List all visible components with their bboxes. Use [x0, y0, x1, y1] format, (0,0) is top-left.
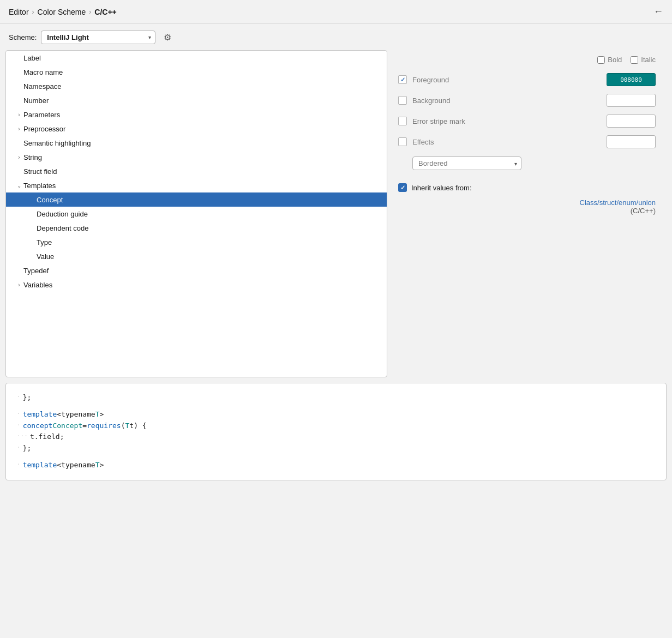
tree-item-namespace-text: Namespace	[23, 82, 382, 91]
tree-item-value-text: Value	[37, 252, 382, 261]
effects-row: Effects	[398, 134, 656, 150]
code-dot-1: ·	[17, 392, 21, 402]
tree-item-concept-text: Concept	[37, 196, 382, 204]
tree-item-semantic[interactable]: Semantic highlighting	[6, 136, 387, 150]
error-stripe-color-swatch[interactable]	[607, 115, 656, 128]
code-Concept: Concept	[52, 420, 82, 432]
tree-item-string[interactable]: › String	[6, 150, 387, 164]
code-body: t) {	[129, 420, 146, 432]
foreground-checkbox[interactable]	[398, 75, 407, 84]
code-gt2: >	[100, 460, 104, 471]
tree-item-value[interactable]: Value	[6, 249, 387, 263]
inherit-row: Inherit values from:	[398, 183, 656, 192]
effects-select[interactable]: Bordered Underscored Bold underscored Un…	[412, 157, 521, 170]
tree-item-namespace[interactable]: Namespace	[6, 79, 387, 93]
effects-select-wrap: Bordered Underscored Bold underscored Un…	[412, 157, 521, 170]
tree-item-concept[interactable]: Concept	[6, 192, 387, 207]
code-line-1-text: };	[23, 392, 32, 404]
gear-button[interactable]: ⚙	[160, 29, 175, 45]
error-stripe-checkbox[interactable]	[398, 117, 407, 125]
right-panel: Bold Italic Foreground 008080 Background…	[387, 50, 667, 377]
foreground-color-swatch[interactable]: 008080	[607, 73, 656, 86]
code-gt1: >	[100, 409, 104, 420]
breadcrumb-sep-1: ›	[32, 8, 34, 16]
tree-item-type-text: Type	[37, 238, 382, 246]
code-keyword-template1: template	[23, 409, 57, 420]
tree-item-preprocessor[interactable]: › Preprocessor	[6, 122, 387, 136]
tree-item-number[interactable]: Number	[6, 93, 387, 107]
effects-checkbox[interactable]	[398, 137, 407, 146]
code-T1: T	[95, 409, 100, 420]
code-preview: · }; · template <typename T> · concept C…	[5, 383, 667, 480]
code-dot-c: ·	[17, 420, 21, 430]
breadcrumb-sep-2: ›	[89, 8, 91, 16]
code-field-text: t.field;	[30, 431, 64, 443]
background-color-swatch[interactable]	[607, 94, 656, 107]
inherit-link-wrap: Class/struct/enum/union (C/C++)	[411, 198, 656, 215]
italic-checkbox[interactable]	[631, 56, 638, 64]
tree-item-struct-text: Struct field	[23, 167, 382, 176]
background-checkbox[interactable]	[398, 96, 407, 105]
back-button[interactable]: ←	[653, 6, 663, 17]
tree-item-parameters-text: Parameters	[23, 111, 382, 119]
tree-item-struct-field[interactable]: Struct field	[6, 164, 387, 178]
inherit-link[interactable]: Class/struct/enum/union	[580, 198, 656, 207]
effects-color-swatch[interactable]	[607, 135, 656, 148]
tree-item-templates[interactable]: ⌄ Templates	[6, 178, 387, 192]
effects-label: Effects	[412, 138, 601, 146]
italic-checkbox-label[interactable]: Italic	[631, 56, 656, 64]
tree-item-macro-name[interactable]: Macro name	[6, 65, 387, 79]
background-label: Background	[412, 97, 601, 105]
code-line-close: · };	[17, 443, 655, 454]
tree-item-parameters[interactable]: › Parameters	[6, 107, 387, 122]
code-dot-f: ···	[17, 431, 28, 441]
tree-item-label-text: Label	[23, 54, 382, 62]
breadcrumb: Editor › Color Scheme › C/C++	[9, 8, 117, 16]
foreground-row: Foreground 008080	[398, 71, 656, 88]
code-eq: =	[82, 420, 87, 432]
code-line-template1: · template <typename T>	[17, 409, 655, 420]
code-line-1: · };	[17, 392, 655, 404]
code-dot-t2: ·	[17, 460, 21, 470]
tree-item-typedef[interactable]: Typedef	[6, 263, 387, 278]
scheme-row: Scheme: IntelliJ Light Darcula High cont…	[0, 24, 672, 50]
expand-icon-variables: ›	[15, 282, 23, 288]
tree-item-label[interactable]: Label	[6, 51, 387, 65]
bold-label: Bold	[608, 56, 622, 64]
code-keyword-template2: template	[23, 460, 57, 471]
effects-dropdown-wrap: Bordered Underscored Bold underscored Un…	[398, 157, 656, 170]
tree-item-deduction-guide[interactable]: Deduction guide	[6, 207, 387, 221]
header: Editor › Color Scheme › C/C++ ←	[0, 0, 672, 24]
code-dot-t1: ·	[17, 409, 21, 419]
expand-icon-string: ›	[15, 154, 23, 160]
italic-label: Italic	[641, 56, 656, 64]
expand-icon-templates: ⌄	[15, 183, 23, 189]
code-keyword-requires: requires	[87, 420, 121, 432]
code-close-text: };	[23, 443, 32, 454]
code-keyword-concept: concept	[23, 420, 53, 432]
tree-panel[interactable]: Label Macro name Namespace Number › Para…	[5, 50, 387, 377]
scheme-select[interactable]: IntelliJ Light Darcula High contrast	[41, 31, 155, 44]
expand-icon-preprocessor: ›	[15, 126, 23, 132]
inherit-checkbox[interactable]	[398, 183, 407, 192]
code-T3: T	[95, 460, 100, 471]
tree-item-dependent-code[interactable]: Dependent code	[6, 221, 387, 235]
tree-item-semantic-text: Semantic highlighting	[23, 139, 382, 147]
tree-item-typedef-text: Typedef	[23, 267, 382, 275]
error-stripe-label: Error stripe mark	[412, 117, 601, 125]
breadcrumb-color-scheme[interactable]: Color Scheme	[38, 8, 86, 16]
inherit-sub: (C/C++)	[411, 207, 656, 215]
tree-item-variables[interactable]: › Variables	[6, 278, 387, 292]
tree-item-string-text: String	[23, 153, 382, 161]
tree-item-deduction-text: Deduction guide	[37, 210, 382, 218]
background-row: Background	[398, 92, 656, 109]
breadcrumb-editor[interactable]: Editor	[9, 8, 29, 16]
bold-italic-row: Bold Italic	[398, 56, 656, 64]
inherit-label: Inherit values from:	[411, 184, 472, 192]
bold-checkbox[interactable]	[597, 56, 605, 64]
tree-item-macro-text: Macro name	[23, 68, 382, 76]
code-T2: T	[125, 420, 130, 432]
tree-item-templates-text: Templates	[23, 182, 382, 190]
bold-checkbox-label[interactable]: Bold	[597, 56, 622, 64]
tree-item-type[interactable]: Type	[6, 235, 387, 249]
